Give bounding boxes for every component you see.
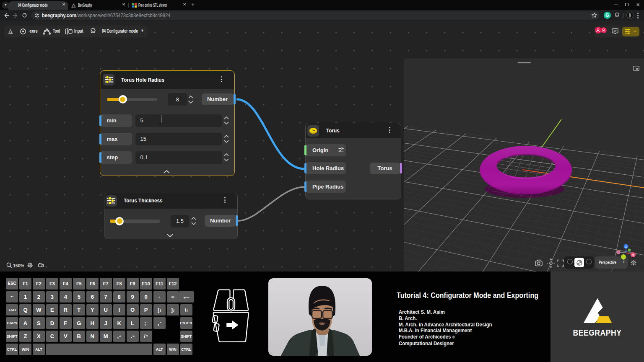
svg-text:z: z bbox=[625, 245, 627, 248]
